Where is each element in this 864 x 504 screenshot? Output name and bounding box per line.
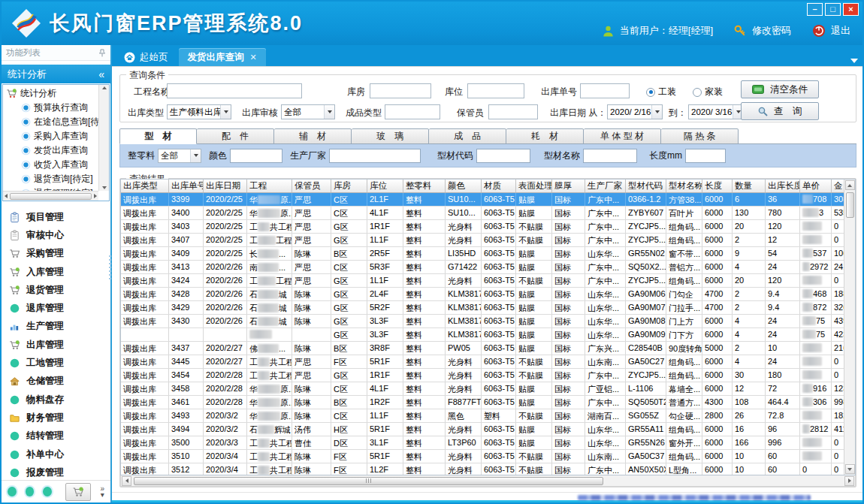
- sidebar-module-item[interactable]: 财务管理: [9, 409, 110, 427]
- outbound-type-select[interactable]: 生产领料出库: [167, 104, 231, 119]
- tree-item[interactable]: 在途信息查询[待: [6, 115, 98, 129]
- tree-item[interactable]: 退货查询[待定]: [6, 172, 98, 186]
- column-header[interactable]: 出库类型: [121, 180, 169, 192]
- sidebar-module-item[interactable]: 物料盘存: [9, 391, 110, 409]
- column-header[interactable]: 工程: [247, 180, 292, 192]
- table-row[interactable]: 调拨出库35102020/3/4工共工程陈琳F区5R1F整料光身料6063-T5…: [121, 450, 855, 463]
- clear-conditions-button[interactable]: 清空条件: [741, 80, 819, 98]
- table-row[interactable]: 调拨出库34092020/2/25长...陈琳B区2R5F整料LI35HD606…: [121, 247, 855, 261]
- column-header[interactable]: 型材名称: [666, 180, 702, 192]
- column-header[interactable]: 单价: [800, 180, 832, 192]
- column-header[interactable]: 膜厚: [552, 180, 585, 192]
- table-row[interactable]: 调拨出库34612020/2/28华原..陈琳B区1R2F整料F8877FT60…: [121, 396, 855, 409]
- column-header[interactable]: 生产厂家: [585, 180, 626, 192]
- material-tab[interactable]: 成 品: [429, 128, 506, 144]
- scroll-up-button[interactable]: [845, 180, 855, 190]
- table-row[interactable]: 调拨出库34302020/2/26石城陈琳G区3L3F整料KLM38176063…: [121, 315, 855, 328]
- sidebar-module-item[interactable]: 生产管理: [9, 318, 110, 336]
- table-row[interactable]: 调拨出库34582020/2/28华原..陈琳C区4L1F整料光身料6063-T…: [121, 382, 855, 396]
- sidebar-module-item[interactable]: 补单中心: [9, 445, 110, 463]
- scroll-right-button[interactable]: [844, 476, 854, 486]
- column-header[interactable]: 型材代码: [626, 180, 666, 192]
- scroll-up-icon[interactable]: [102, 86, 107, 89]
- product-type-input[interactable]: [385, 104, 440, 119]
- profile-name-input[interactable]: [583, 149, 637, 163]
- close-button[interactable]: ×: [843, 3, 859, 16]
- document-tab[interactable]: 发货出库查询✕: [179, 48, 266, 66]
- location-input[interactable]: [467, 83, 524, 98]
- scroll-left-button[interactable]: [122, 476, 131, 486]
- column-header[interactable]: 出库日期: [204, 180, 247, 192]
- collapse-icon[interactable]: «: [98, 68, 104, 80]
- sidebar-module-item[interactable]: 采购管理: [9, 245, 110, 263]
- column-header[interactable]: 库位: [367, 180, 403, 192]
- table-row[interactable]: 调拨出库34072020/2/25工工程严思G区1L1F整料光身料6063-T5…: [121, 234, 855, 247]
- maximize-button[interactable]: □: [825, 3, 841, 16]
- tree-horizontal-scrollbar[interactable]: [3, 191, 98, 201]
- table-row[interactable]: 调拨出库35002020/3/3工共工程曹佳D区3L1F整料LT3P606063…: [121, 436, 855, 450]
- tree-item[interactable]: 统计分析: [6, 86, 98, 101]
- column-header[interactable]: 数量: [733, 180, 766, 192]
- tab-close-icon[interactable]: ✕: [250, 53, 257, 62]
- document-tab[interactable]: 起始页: [115, 48, 177, 66]
- logout-link[interactable]: 退出: [831, 24, 850, 38]
- module-dot-icon[interactable]: [26, 487, 35, 496]
- warehouse-input[interactable]: [370, 83, 431, 98]
- column-header[interactable]: 表面处理: [516, 180, 552, 192]
- material-tab[interactable]: 单 体 型 材: [584, 128, 661, 144]
- table-row[interactable]: 调拨出库34372020/2/27佛...陈琳B区3R8F整料PW056063-…: [121, 342, 855, 355]
- table-row[interactable]: 调拨出库34002020/2/25华原..严思C区4L1F整料SU10...60…: [121, 207, 855, 220]
- table-row[interactable]: 调拨出库34292020/2/26石城陈琳G区5R2F整料KLM38176063…: [121, 301, 855, 315]
- sidebar-overflow-button[interactable]: »▾: [100, 486, 104, 498]
- material-tab[interactable]: 辅 材: [274, 128, 352, 144]
- column-header[interactable]: 出库长度: [766, 180, 800, 192]
- table-row[interactable]: 调拨出库34542020/2/28工共工程严思G区1R1F整料光身料6063-T…: [121, 369, 855, 382]
- project-name-input[interactable]: [167, 83, 302, 98]
- column-header[interactable]: 保管员: [292, 180, 331, 192]
- sidebar-module-item[interactable]: 仓储管理: [9, 373, 110, 391]
- column-header[interactable]: 整零料: [403, 180, 446, 192]
- splitter-handle[interactable]: [109, 255, 111, 281]
- table-row[interactable]: 调拨出库34132020/2/26南...严思C区5R3F整料G71422606…: [121, 261, 855, 274]
- profile-code-input[interactable]: [476, 149, 530, 163]
- material-tab[interactable]: 玻 璃: [352, 128, 429, 144]
- tree-vertical-scrollbar[interactable]: [98, 85, 109, 191]
- change-password-link[interactable]: 修改密码: [752, 24, 791, 38]
- module-dot-icon[interactable]: [43, 487, 52, 496]
- sidebar-module-item[interactable]: 入库管理: [9, 263, 110, 281]
- sidebar-module-item[interactable]: 退货管理: [9, 281, 110, 299]
- table-horizontal-scrollbar[interactable]: [120, 475, 856, 487]
- date-from-picker[interactable]: 2020/ 2/16: [607, 104, 663, 119]
- sidebar-module-item[interactable]: 退库管理: [9, 299, 110, 317]
- radio-jiazhuang[interactable]: 家装: [693, 86, 723, 98]
- table-row[interactable]: G区3L3F整料KLM38176063-T5贴膜国标山东华...GA90M09.…: [121, 328, 855, 342]
- scroll-down-button[interactable]: [845, 464, 855, 474]
- table-row[interactable]: 调拨出库33992020/2/25华原..严思C区2L1F整料SU10...60…: [121, 193, 855, 207]
- table-row[interactable]: 调拨出库34942020/3/2石辉城汤伟H区5R1F整料光身料6063-T5贴…: [121, 423, 855, 436]
- scrollbar-thumb[interactable]: [846, 192, 854, 218]
- tree-item[interactable]: 预算执行查询: [6, 101, 98, 115]
- tree-item[interactable]: 发货出库查询: [6, 143, 98, 158]
- scroll-down-icon[interactable]: [102, 186, 107, 189]
- sidebar-section-header[interactable]: 统计分析 «: [2, 65, 110, 83]
- manufacturer-input[interactable]: [329, 149, 421, 163]
- table-vertical-scrollbar[interactable]: [844, 180, 855, 475]
- radio-gongzhuang[interactable]: 工装: [646, 86, 676, 98]
- column-header[interactable]: 库房: [331, 180, 367, 192]
- color-input[interactable]: [230, 149, 282, 163]
- tab-list-dropdown-icon[interactable]: [850, 59, 858, 63]
- sidebar-module-item[interactable]: 报废管理: [9, 463, 110, 480]
- tree-item[interactable]: 采购入库查询: [6, 129, 98, 143]
- column-header[interactable]: 材质: [482, 180, 516, 192]
- table-row[interactable]: 调拨出库34032020/2/25工共工程严思G区1R1F整料光身料6063-T…: [121, 220, 855, 234]
- column-header[interactable]: 长度: [702, 180, 733, 192]
- search-button[interactable]: 查 询: [741, 102, 819, 120]
- column-header[interactable]: 出库单号: [169, 180, 204, 192]
- table-row[interactable]: 调拨出库34452020/2/27工共工程严思F区5R1F整料光身料6063-T…: [121, 355, 855, 369]
- sidebar-module-item[interactable]: 结转管理: [9, 427, 110, 445]
- scroll-right-icon[interactable]: [94, 194, 97, 198]
- module-dot-icon[interactable]: [8, 487, 17, 496]
- minimize-button[interactable]: –: [807, 3, 823, 16]
- scroll-left-icon[interactable]: [5, 194, 8, 198]
- scrollbar-thumb[interactable]: [134, 477, 603, 485]
